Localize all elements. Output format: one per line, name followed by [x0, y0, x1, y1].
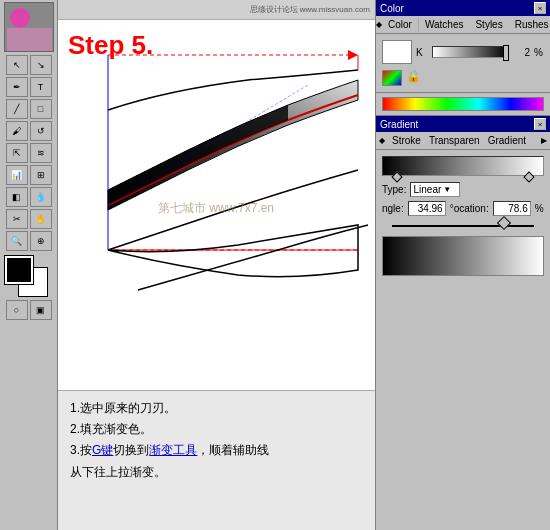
- color-spectrum[interactable]: [382, 70, 402, 86]
- gp-arrow-left[interactable]: ◆: [376, 136, 388, 145]
- canvas-watermark: 第七城市 www.7x7.en: [158, 200, 274, 217]
- tool-graph[interactable]: 📊: [6, 165, 28, 185]
- tool-warp[interactable]: ≋: [30, 143, 52, 163]
- type-label: Type:: [382, 184, 406, 195]
- angle-row: ngle: 34.96 °ocation: 78.6 %: [382, 201, 544, 216]
- color-icon-row: 🔒: [382, 70, 544, 86]
- watermark-text: 思绦设计论坛 www.missvuan.com: [250, 4, 370, 15]
- tool-select[interactable]: ↘: [30, 55, 52, 75]
- color-panel-close[interactable]: ×: [534, 2, 546, 14]
- location-input[interactable]: 78.6: [493, 201, 531, 216]
- instruction-2: 2.填充渐变色。: [70, 420, 363, 439]
- instruction-1: 1.选中原来的刀刃。: [70, 399, 363, 418]
- gradient-preview-bar[interactable]: [382, 156, 544, 176]
- gradient-final-preview: [382, 236, 544, 276]
- tool-rotate[interactable]: ↺: [30, 121, 52, 141]
- location-unit: %: [535, 203, 544, 214]
- tool-gradient[interactable]: ◧: [6, 187, 28, 207]
- gradient-panel-tabs: ◆ Stroke Transparen Gradient ▶: [376, 132, 550, 150]
- tool-arrow[interactable]: ↖: [6, 55, 28, 75]
- slider-k-label: K: [416, 47, 428, 58]
- svg-marker-3: [348, 50, 358, 60]
- location-label: °ocation:: [450, 203, 489, 214]
- color-swatch-row: K 2 %: [382, 40, 544, 64]
- color-panel-tabs: ◆ Color Watches Styles Rushes ▶: [376, 16, 550, 34]
- mini-gradient-bar-area: [376, 93, 550, 116]
- gradient-panel-label: Gradient: [380, 119, 418, 130]
- tool-mode1[interactable]: ○: [6, 300, 28, 320]
- type-value: Linear: [413, 184, 441, 195]
- tab-watches[interactable]: Watches: [419, 17, 470, 32]
- type-select-arrow: ▼: [443, 185, 451, 194]
- instructions-panel: 1.选中原来的刀刃。 2.填充渐变色。 3.按G键切换到渐变工具，顺着辅助线 从…: [58, 390, 375, 530]
- lock-icon: 🔒: [406, 70, 421, 86]
- angle-input[interactable]: 34.96: [408, 201, 446, 216]
- right-panel: Color × ◆ Color Watches Styles Rushes ▶ …: [375, 0, 550, 530]
- tool-zoom[interactable]: 🔍: [6, 231, 28, 251]
- color-panel: Color × ◆ Color Watches Styles Rushes ▶ …: [376, 0, 550, 93]
- k-value: 2: [512, 47, 530, 58]
- tab-rushes[interactable]: Rushes: [509, 17, 550, 32]
- tool-paintbrush[interactable]: 🖌: [6, 121, 28, 141]
- color-panel-label: Color: [380, 3, 404, 14]
- tool-hand[interactable]: ✋: [30, 209, 52, 229]
- highlight-gradient: 渐变工具: [149, 443, 197, 457]
- tool-rect[interactable]: □: [30, 99, 52, 119]
- highlight-g: G键: [92, 443, 113, 457]
- tab-color[interactable]: Color: [382, 17, 419, 32]
- instruction-4: 从下往上拉渐变。: [70, 463, 363, 482]
- color-selector: [5, 256, 53, 296]
- canvas-area: 思绦设计论坛 www.missvuan.com Step 5.: [58, 0, 375, 530]
- tool-scissors[interactable]: ✂: [6, 209, 28, 229]
- location-value: 78.6: [508, 203, 527, 214]
- gp-arrow-right[interactable]: ▶: [538, 136, 550, 145]
- gradient-thumb-right[interactable]: [523, 171, 534, 182]
- tool-eyedrop[interactable]: 💧: [30, 187, 52, 207]
- gradient-panel-close[interactable]: ×: [534, 118, 546, 130]
- color-content: K 2 % 🔒: [376, 34, 550, 92]
- main-canvas: Step 5.: [58, 20, 375, 530]
- foreground-color[interactable]: [5, 256, 33, 284]
- k-slider-thumb[interactable]: [503, 45, 509, 61]
- gradient-slider-row: [382, 220, 544, 232]
- gradient-slider-track: [392, 225, 534, 227]
- spectrum-bar: [382, 97, 544, 111]
- tool-pen[interactable]: ✒: [6, 77, 28, 97]
- tool-mode2[interactable]: ▣: [30, 300, 52, 320]
- gradient-thumb-left[interactable]: [391, 171, 402, 182]
- tab-styles[interactable]: Styles: [469, 17, 508, 32]
- gp-tab-stroke[interactable]: Stroke: [388, 133, 425, 148]
- type-select[interactable]: Linear ▼: [410, 182, 460, 197]
- gradient-content: Type: Linear ▼ ngle: 34.96 °ocation: 78.…: [376, 150, 550, 282]
- tool-line[interactable]: ╱: [6, 99, 28, 119]
- instruction-3: 3.按G键切换到渐变工具，顺着辅助线: [70, 441, 363, 460]
- color-panel-title: Color ×: [376, 0, 550, 16]
- tool-extra[interactable]: ⊕: [30, 231, 52, 251]
- gp-tab-transparent[interactable]: Transparen: [425, 133, 484, 148]
- angle-label: ngle:: [382, 203, 404, 214]
- left-toolbar: ↖ ↘ ✒ T ╱ □ 🖌 ↺ ⇱ ≋ 📊 ⊞: [0, 0, 58, 530]
- tool-scale[interactable]: ⇱: [6, 143, 28, 163]
- tool-section: ↖ ↘ ✒ T ╱ □ 🖌 ↺ ⇱ ≋ 📊 ⊞: [0, 54, 57, 252]
- tool-mesh[interactable]: ⊞: [30, 165, 52, 185]
- k-unit: %: [534, 47, 544, 58]
- type-row: Type: Linear ▼: [382, 182, 544, 197]
- tool-text[interactable]: T: [30, 77, 52, 97]
- gradient-panel-title: Gradient ×: [376, 116, 550, 132]
- gradient-panel: Gradient × ◆ Stroke Transparen Gradient …: [376, 116, 550, 530]
- k-slider[interactable]: [432, 46, 508, 58]
- top-bar: 思绦设计论坛 www.missvuan.com: [58, 0, 375, 20]
- color-swatch-preview[interactable]: [382, 40, 412, 64]
- angle-value: 34.96: [418, 203, 443, 214]
- gp-tab-gradient[interactable]: Gradient: [484, 133, 530, 148]
- gradient-slider-diamond[interactable]: [497, 216, 511, 230]
- avatar: [4, 2, 54, 52]
